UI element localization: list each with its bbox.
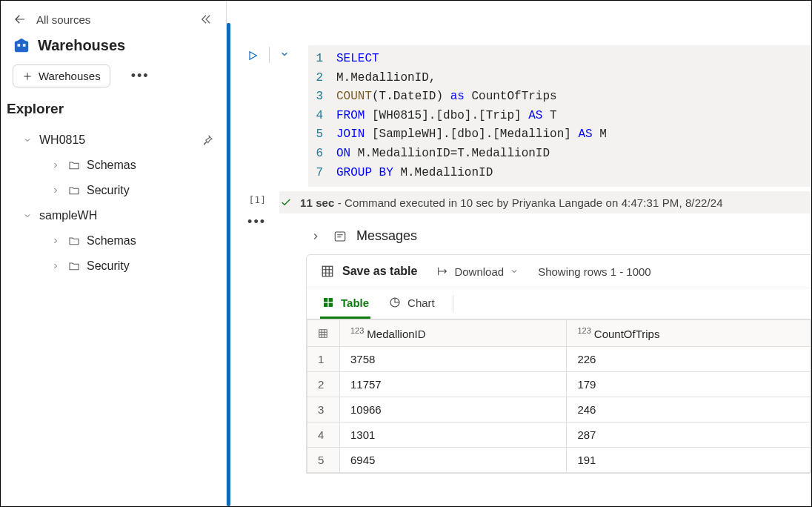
table-row[interactable]: 41301287 bbox=[307, 422, 811, 448]
tree-label: WH0815 bbox=[39, 133, 85, 147]
tab-chart[interactable]: Chart bbox=[387, 288, 436, 319]
separator bbox=[269, 47, 270, 63]
sidebar-header: All sources bbox=[1, 7, 226, 33]
table-icon bbox=[320, 264, 335, 279]
cell-more-icon[interactable]: ••• bbox=[244, 219, 266, 225]
table-cell[interactable]: 3758 bbox=[340, 347, 567, 372]
tree-item-samplewh[interactable]: sampleWH bbox=[13, 203, 219, 228]
more-options-icon[interactable]: ••• bbox=[131, 73, 150, 79]
code-editor[interactable]: 1SELECT2M.MedallionID,3COUNT(T.DateID) a… bbox=[308, 45, 811, 187]
folder-icon bbox=[67, 259, 81, 273]
svg-rect-5 bbox=[324, 298, 327, 302]
run-dropdown-icon[interactable] bbox=[277, 47, 292, 62]
pin-icon[interactable] bbox=[201, 133, 214, 147]
tree-item-schemas[interactable]: Schemas bbox=[13, 153, 219, 178]
svg-rect-1 bbox=[18, 44, 21, 47]
download-button[interactable]: Download bbox=[436, 265, 519, 278]
chevron-down-icon bbox=[23, 136, 33, 145]
column-header-medallionid[interactable]: 123MedallionID bbox=[340, 320, 567, 347]
success-check-icon bbox=[279, 196, 293, 209]
folder-icon bbox=[67, 234, 81, 248]
tree-item-wh0815[interactable]: WH0815 bbox=[13, 127, 219, 153]
row-number: 2 bbox=[307, 372, 340, 397]
table-cell[interactable]: 1301 bbox=[340, 422, 567, 448]
messages-icon bbox=[333, 229, 347, 244]
code-line: 2M.MedallionID, bbox=[308, 69, 804, 88]
tree-item-security[interactable]: Security bbox=[13, 254, 219, 279]
table-cell[interactable]: 226 bbox=[567, 347, 811, 372]
cell-marker: [1] bbox=[244, 194, 266, 205]
tab-label: Chart bbox=[407, 296, 435, 309]
table-cell[interactable]: 246 bbox=[567, 397, 811, 422]
svg-rect-8 bbox=[329, 303, 333, 307]
cell-marker-col: [1] ••• bbox=[230, 187, 266, 225]
tree: WH0815 Schemas Security sampleWH Schemas… bbox=[1, 125, 226, 279]
code-line: 7GROUP BY M.MedallionID bbox=[308, 164, 804, 183]
messages-row[interactable]: Messages bbox=[266, 213, 811, 254]
row-number: 4 bbox=[307, 422, 340, 448]
row-number: 5 bbox=[307, 448, 340, 473]
table-row[interactable]: 211757179 bbox=[307, 372, 811, 397]
results-table: 123MedallionID 123CountOfTrips 137582262… bbox=[307, 319, 811, 473]
svg-rect-7 bbox=[324, 303, 327, 307]
save-as-table-label: Save as table bbox=[342, 265, 417, 278]
table-corner[interactable] bbox=[307, 320, 340, 347]
separator bbox=[453, 295, 453, 313]
svg-rect-4 bbox=[322, 266, 333, 276]
results-tabs: Table Chart bbox=[307, 288, 811, 319]
svg-rect-3 bbox=[335, 232, 345, 241]
table-cell[interactable]: 11757 bbox=[340, 372, 567, 397]
back-label: All sources bbox=[36, 13, 90, 26]
main: 1SELECT2M.MedallionID,3COUNT(T.DateID) a… bbox=[230, 1, 811, 506]
save-as-table-button[interactable]: Save as table bbox=[320, 264, 417, 279]
table-cell[interactable]: 10966 bbox=[340, 397, 567, 422]
tree-item-security[interactable]: Security bbox=[13, 178, 219, 203]
code-line: 3COUNT(T.DateID) as CountOfTrips bbox=[308, 87, 804, 107]
export-icon bbox=[436, 265, 448, 277]
column-header-countoftrips[interactable]: 123CountOfTrips bbox=[567, 320, 811, 347]
chevron-right-icon bbox=[51, 236, 61, 245]
tree-label: Schemas bbox=[87, 159, 136, 172]
chevron-down-icon bbox=[510, 267, 519, 276]
results-panel: Save as table Download Showing rows 1 - … bbox=[306, 254, 811, 474]
svg-rect-0 bbox=[15, 42, 28, 53]
showing-rows-label: Showing rows 1 - 1000 bbox=[538, 265, 651, 278]
back-arrow-icon bbox=[13, 12, 27, 27]
code-line: 1SELECT bbox=[308, 50, 804, 69]
folder-icon bbox=[67, 159, 81, 172]
svg-rect-2 bbox=[23, 44, 26, 47]
tab-table[interactable]: Table bbox=[320, 288, 370, 319]
row-number: 1 bbox=[307, 347, 340, 372]
table-cell[interactable]: 287 bbox=[567, 422, 811, 448]
sidebar: All sources Warehouses Warehouses ••• Ex… bbox=[1, 1, 227, 506]
tree-label: Schemas bbox=[87, 234, 136, 248]
tree-label: Security bbox=[87, 184, 130, 197]
row-number: 3 bbox=[307, 397, 340, 422]
table-cell[interactable]: 179 bbox=[567, 372, 811, 397]
editor-toolbar-row: 1SELECT2M.MedallionID,3COUNT(T.DateID) a… bbox=[230, 16, 811, 187]
status-bar: 11 sec - Command executed in 10 sec by P… bbox=[279, 191, 811, 213]
back-row[interactable]: All sources bbox=[13, 12, 90, 27]
table-cell[interactable]: 191 bbox=[567, 448, 811, 473]
status-text: 11 sec - Command executed in 10 sec by P… bbox=[300, 196, 723, 209]
folder-icon bbox=[67, 184, 81, 197]
table-cell[interactable]: 6945 bbox=[340, 448, 567, 473]
code-line: 4FROM [WH0815].[dbo].[Trip] AS T bbox=[308, 107, 804, 126]
results-toolbar: Save as table Download Showing rows 1 - … bbox=[307, 255, 811, 288]
tab-label: Table bbox=[341, 296, 369, 309]
collapse-sidebar-icon[interactable] bbox=[198, 11, 214, 27]
download-label: Download bbox=[454, 265, 504, 278]
chevron-right-icon bbox=[51, 262, 61, 271]
add-row: Warehouses ••• bbox=[1, 62, 226, 98]
tree-item-schemas[interactable]: Schemas bbox=[13, 228, 219, 254]
table-row[interactable]: 13758226 bbox=[307, 347, 811, 372]
code-line: 6ON M.MedallionID=T.MedallionID bbox=[308, 145, 804, 164]
table-row[interactable]: 56945191 bbox=[307, 448, 811, 473]
pie-chart-icon bbox=[388, 296, 402, 309]
chevron-right-icon bbox=[51, 161, 61, 170]
table-row[interactable]: 310966246 bbox=[307, 397, 811, 422]
run-button[interactable] bbox=[244, 47, 262, 64]
add-warehouse-button[interactable]: Warehouses bbox=[13, 64, 110, 87]
warehouse-icon bbox=[13, 36, 30, 54]
chevron-right-icon bbox=[310, 231, 324, 242]
